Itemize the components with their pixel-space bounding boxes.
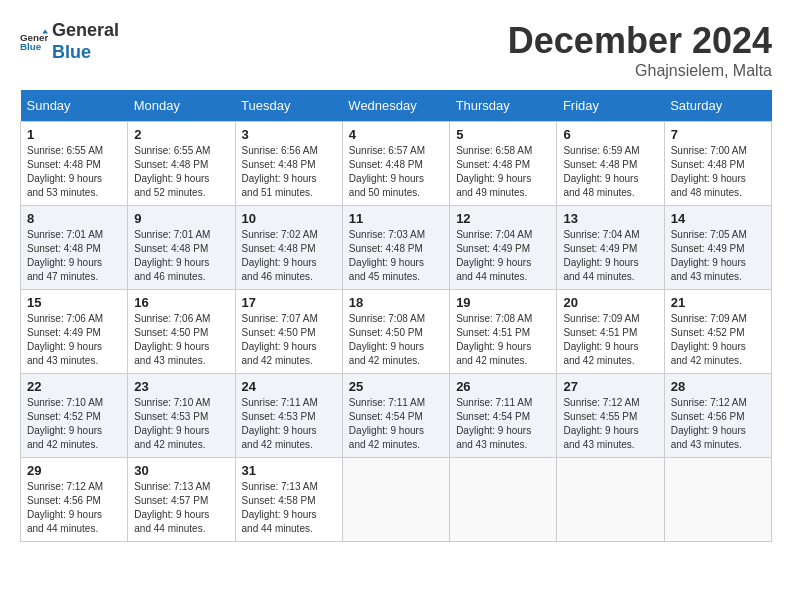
calendar-day-cell: 2Sunrise: 6:55 AM Sunset: 4:48 PM Daylig…	[128, 122, 235, 206]
day-number: 25	[349, 379, 443, 394]
day-number: 30	[134, 463, 228, 478]
day-number: 12	[456, 211, 550, 226]
day-info: Sunrise: 6:58 AM Sunset: 4:48 PM Dayligh…	[456, 144, 550, 200]
day-info: Sunrise: 7:13 AM Sunset: 4:58 PM Dayligh…	[242, 480, 336, 536]
calendar-day-cell: 28Sunrise: 7:12 AM Sunset: 4:56 PM Dayli…	[664, 374, 771, 458]
day-info: Sunrise: 7:10 AM Sunset: 4:52 PM Dayligh…	[27, 396, 121, 452]
logo-icon: General Blue	[20, 28, 48, 56]
day-number: 19	[456, 295, 550, 310]
day-info: Sunrise: 7:09 AM Sunset: 4:51 PM Dayligh…	[563, 312, 657, 368]
day-number: 18	[349, 295, 443, 310]
weekday-header-friday: Friday	[557, 90, 664, 122]
day-info: Sunrise: 7:00 AM Sunset: 4:48 PM Dayligh…	[671, 144, 765, 200]
calendar-day-cell: 17Sunrise: 7:07 AM Sunset: 4:50 PM Dayli…	[235, 290, 342, 374]
day-info: Sunrise: 7:12 AM Sunset: 4:55 PM Dayligh…	[563, 396, 657, 452]
day-number: 20	[563, 295, 657, 310]
calendar-day-cell: 24Sunrise: 7:11 AM Sunset: 4:53 PM Dayli…	[235, 374, 342, 458]
calendar-day-cell: 25Sunrise: 7:11 AM Sunset: 4:54 PM Dayli…	[342, 374, 449, 458]
calendar-week-1: 1Sunrise: 6:55 AM Sunset: 4:48 PM Daylig…	[21, 122, 772, 206]
day-number: 28	[671, 379, 765, 394]
day-number: 22	[27, 379, 121, 394]
day-number: 1	[27, 127, 121, 142]
calendar-day-cell: 8Sunrise: 7:01 AM Sunset: 4:48 PM Daylig…	[21, 206, 128, 290]
day-info: Sunrise: 7:12 AM Sunset: 4:56 PM Dayligh…	[671, 396, 765, 452]
day-info: Sunrise: 7:09 AM Sunset: 4:52 PM Dayligh…	[671, 312, 765, 368]
calendar-week-5: 29Sunrise: 7:12 AM Sunset: 4:56 PM Dayli…	[21, 458, 772, 542]
weekday-header-row: SundayMondayTuesdayWednesdayThursdayFrid…	[21, 90, 772, 122]
calendar-day-cell: 7Sunrise: 7:00 AM Sunset: 4:48 PM Daylig…	[664, 122, 771, 206]
weekday-header-wednesday: Wednesday	[342, 90, 449, 122]
day-number: 27	[563, 379, 657, 394]
day-number: 26	[456, 379, 550, 394]
day-number: 10	[242, 211, 336, 226]
calendar-day-cell: 11Sunrise: 7:03 AM Sunset: 4:48 PM Dayli…	[342, 206, 449, 290]
calendar-day-cell	[664, 458, 771, 542]
calendar-day-cell: 20Sunrise: 7:09 AM Sunset: 4:51 PM Dayli…	[557, 290, 664, 374]
logo-line1: General	[52, 20, 119, 42]
calendar-day-cell: 18Sunrise: 7:08 AM Sunset: 4:50 PM Dayli…	[342, 290, 449, 374]
day-number: 7	[671, 127, 765, 142]
calendar-day-cell: 19Sunrise: 7:08 AM Sunset: 4:51 PM Dayli…	[450, 290, 557, 374]
calendar-day-cell	[450, 458, 557, 542]
day-info: Sunrise: 7:12 AM Sunset: 4:56 PM Dayligh…	[27, 480, 121, 536]
calendar-day-cell: 16Sunrise: 7:06 AM Sunset: 4:50 PM Dayli…	[128, 290, 235, 374]
day-info: Sunrise: 7:08 AM Sunset: 4:51 PM Dayligh…	[456, 312, 550, 368]
calendar-day-cell: 14Sunrise: 7:05 AM Sunset: 4:49 PM Dayli…	[664, 206, 771, 290]
day-number: 3	[242, 127, 336, 142]
calendar-day-cell: 12Sunrise: 7:04 AM Sunset: 4:49 PM Dayli…	[450, 206, 557, 290]
day-info: Sunrise: 7:06 AM Sunset: 4:50 PM Dayligh…	[134, 312, 228, 368]
calendar-week-4: 22Sunrise: 7:10 AM Sunset: 4:52 PM Dayli…	[21, 374, 772, 458]
day-info: Sunrise: 7:13 AM Sunset: 4:57 PM Dayligh…	[134, 480, 228, 536]
calendar-day-cell: 27Sunrise: 7:12 AM Sunset: 4:55 PM Dayli…	[557, 374, 664, 458]
day-info: Sunrise: 7:01 AM Sunset: 4:48 PM Dayligh…	[134, 228, 228, 284]
day-info: Sunrise: 6:57 AM Sunset: 4:48 PM Dayligh…	[349, 144, 443, 200]
day-info: Sunrise: 7:04 AM Sunset: 4:49 PM Dayligh…	[456, 228, 550, 284]
day-number: 24	[242, 379, 336, 394]
day-info: Sunrise: 6:56 AM Sunset: 4:48 PM Dayligh…	[242, 144, 336, 200]
weekday-header-sunday: Sunday	[21, 90, 128, 122]
calendar-day-cell	[557, 458, 664, 542]
day-info: Sunrise: 7:07 AM Sunset: 4:50 PM Dayligh…	[242, 312, 336, 368]
calendar-day-cell: 31Sunrise: 7:13 AM Sunset: 4:58 PM Dayli…	[235, 458, 342, 542]
calendar-day-cell: 10Sunrise: 7:02 AM Sunset: 4:48 PM Dayli…	[235, 206, 342, 290]
day-info: Sunrise: 7:04 AM Sunset: 4:49 PM Dayligh…	[563, 228, 657, 284]
day-number: 23	[134, 379, 228, 394]
calendar-day-cell: 5Sunrise: 6:58 AM Sunset: 4:48 PM Daylig…	[450, 122, 557, 206]
calendar-table: SundayMondayTuesdayWednesdayThursdayFrid…	[20, 90, 772, 542]
day-info: Sunrise: 7:11 AM Sunset: 4:54 PM Dayligh…	[349, 396, 443, 452]
page-header: General Blue General Blue December 2024 …	[20, 20, 772, 80]
calendar-day-cell: 3Sunrise: 6:56 AM Sunset: 4:48 PM Daylig…	[235, 122, 342, 206]
day-info: Sunrise: 6:59 AM Sunset: 4:48 PM Dayligh…	[563, 144, 657, 200]
day-number: 6	[563, 127, 657, 142]
day-info: Sunrise: 6:55 AM Sunset: 4:48 PM Dayligh…	[27, 144, 121, 200]
day-number: 9	[134, 211, 228, 226]
svg-text:Blue: Blue	[20, 41, 42, 52]
weekday-header-saturday: Saturday	[664, 90, 771, 122]
calendar-day-cell: 4Sunrise: 6:57 AM Sunset: 4:48 PM Daylig…	[342, 122, 449, 206]
day-number: 11	[349, 211, 443, 226]
calendar-day-cell: 30Sunrise: 7:13 AM Sunset: 4:57 PM Dayli…	[128, 458, 235, 542]
calendar-day-cell: 22Sunrise: 7:10 AM Sunset: 4:52 PM Dayli…	[21, 374, 128, 458]
day-number: 17	[242, 295, 336, 310]
calendar-week-3: 15Sunrise: 7:06 AM Sunset: 4:49 PM Dayli…	[21, 290, 772, 374]
calendar-day-cell: 6Sunrise: 6:59 AM Sunset: 4:48 PM Daylig…	[557, 122, 664, 206]
calendar-day-cell: 15Sunrise: 7:06 AM Sunset: 4:49 PM Dayli…	[21, 290, 128, 374]
logo-line2: Blue	[52, 42, 119, 64]
calendar-day-cell: 26Sunrise: 7:11 AM Sunset: 4:54 PM Dayli…	[450, 374, 557, 458]
day-number: 14	[671, 211, 765, 226]
day-info: Sunrise: 7:11 AM Sunset: 4:54 PM Dayligh…	[456, 396, 550, 452]
day-number: 15	[27, 295, 121, 310]
day-number: 16	[134, 295, 228, 310]
day-info: Sunrise: 7:08 AM Sunset: 4:50 PM Dayligh…	[349, 312, 443, 368]
day-info: Sunrise: 7:05 AM Sunset: 4:49 PM Dayligh…	[671, 228, 765, 284]
day-number: 4	[349, 127, 443, 142]
calendar-day-cell: 21Sunrise: 7:09 AM Sunset: 4:52 PM Dayli…	[664, 290, 771, 374]
day-info: Sunrise: 7:10 AM Sunset: 4:53 PM Dayligh…	[134, 396, 228, 452]
day-number: 29	[27, 463, 121, 478]
day-number: 5	[456, 127, 550, 142]
day-info: Sunrise: 7:02 AM Sunset: 4:48 PM Dayligh…	[242, 228, 336, 284]
weekday-header-tuesday: Tuesday	[235, 90, 342, 122]
day-info: Sunrise: 7:03 AM Sunset: 4:48 PM Dayligh…	[349, 228, 443, 284]
calendar-day-cell: 1Sunrise: 6:55 AM Sunset: 4:48 PM Daylig…	[21, 122, 128, 206]
logo: General Blue General Blue	[20, 20, 119, 63]
